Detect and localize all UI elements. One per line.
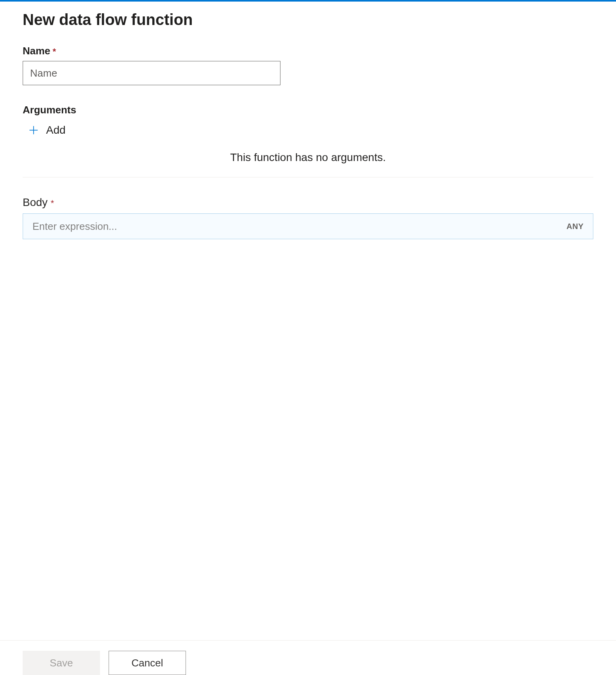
add-argument-label: Add (46, 124, 66, 136)
required-indicator: * (53, 47, 56, 56)
body-type-badge: ANY (566, 222, 584, 231)
name-label-text: Name (23, 45, 50, 57)
cancel-button[interactable]: Cancel (109, 651, 186, 675)
arguments-label-text: Arguments (23, 104, 76, 116)
dialog-new-data-flow-function: New data flow function Name * Arguments … (0, 0, 616, 675)
dialog-content: New data flow function Name * Arguments … (0, 2, 616, 640)
arguments-empty-message: This function has no arguments. (23, 136, 593, 177)
page-title: New data flow function (23, 11, 593, 29)
required-indicator: * (51, 199, 54, 208)
body-label: Body * (23, 196, 593, 209)
name-input[interactable] (23, 61, 280, 85)
name-label: Name * (23, 45, 593, 57)
add-argument-button[interactable]: Add (23, 120, 593, 136)
body-label-text: Body (23, 196, 48, 209)
body-input-wrap: ANY (23, 213, 593, 239)
name-section: Name * (23, 45, 593, 85)
arguments-section: Arguments Add This function has no argum… (23, 104, 593, 177)
dialog-footer: Save Cancel (0, 641, 616, 675)
body-expression-input[interactable] (32, 220, 566, 233)
plus-icon (28, 125, 39, 136)
section-divider (23, 177, 593, 177)
save-button[interactable]: Save (23, 651, 100, 675)
body-section: Body * ANY (23, 196, 593, 239)
arguments-label: Arguments (23, 104, 593, 116)
